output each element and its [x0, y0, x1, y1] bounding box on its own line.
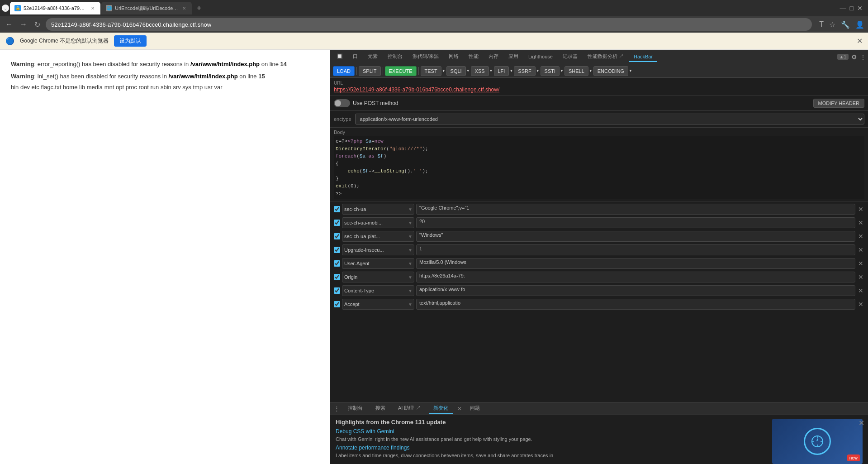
hackbar-ssrf-button[interactable]: SSRF [514, 66, 535, 76]
header-6-delete[interactable]: ✕ [857, 273, 864, 282]
header-8-arrow[interactable]: ▼ [407, 302, 414, 307]
header-4-value-input[interactable] [417, 245, 855, 252]
tab-2[interactable]: 🌐 UrlEncode编码/UrlDecode解... ✕ [101, 2, 192, 14]
header-7-checkbox[interactable] [334, 287, 340, 294]
hackbar-shell-button[interactable]: SHELL [564, 66, 588, 76]
hackbar-ssti-dropdown[interactable]: SSTI ▼ [541, 66, 564, 76]
tab-list-btn[interactable]: ⌄ [2, 5, 9, 12]
minimize-button[interactable]: — [840, 5, 846, 12]
header-7-value-input[interactable] [417, 286, 855, 293]
dt-tab-hackbar[interactable]: HackBar [629, 52, 657, 62]
header-8-value-input[interactable] [417, 299, 855, 306]
dt-tab-perfanalysis[interactable]: 性能数据分析 ↗ [583, 51, 628, 62]
header-2-arrow[interactable]: ▼ [407, 220, 414, 225]
header-7-delete[interactable]: ✕ [857, 286, 864, 295]
post-method-toggle[interactable] [334, 99, 350, 107]
modify-header-button[interactable]: MODIFY HEADER [813, 99, 864, 108]
enctype-select[interactable]: application/x-www-form-urlencoded multip… [355, 114, 864, 124]
hackbar-shell-dropdown[interactable]: SHELL ▼ [564, 66, 593, 76]
header-3-checkbox[interactable] [334, 233, 340, 239]
header-2-value-input[interactable] [417, 218, 855, 225]
console-tab-issues[interactable]: 问题 [465, 403, 484, 414]
dt-tab-lighthouse[interactable]: Lighthouse [524, 52, 557, 62]
header-7-arrow[interactable]: ▼ [407, 288, 414, 293]
header-4-delete[interactable]: ✕ [857, 245, 864, 254]
dt-tab-device[interactable]: 口 [348, 51, 362, 62]
close-window-button[interactable]: ✕ [857, 5, 863, 12]
header-1-checkbox[interactable] [334, 206, 340, 212]
dt-badge[interactable]: ▲1 [837, 54, 849, 60]
header-6-arrow[interactable]: ▼ [407, 275, 414, 280]
maximize-button[interactable]: □ [850, 5, 854, 12]
header-5-arrow[interactable]: ▼ [407, 261, 414, 266]
hackbar-test-button[interactable]: TEST [421, 66, 441, 76]
tab-1[interactable]: 🔒 52e12149-a86f-4336-a79b-0... ✕ [10, 2, 100, 14]
header-3-arrow[interactable]: ▼ [407, 234, 414, 239]
address-input[interactable] [51, 21, 806, 28]
hackbar-xss-dropdown[interactable]: XSS ▼ [471, 66, 493, 76]
hackbar-execute-button[interactable]: EXECUTE [385, 66, 417, 76]
header-3-delete[interactable]: ✕ [857, 232, 864, 241]
hackbar-sqli-dropdown[interactable]: SQLI ▼ [446, 66, 470, 76]
reload-button[interactable]: ↻ [33, 19, 42, 30]
header-3-name-input[interactable] [342, 233, 407, 240]
header-5-checkbox[interactable] [334, 260, 340, 267]
console-tab-newchanges[interactable]: 新变化 [429, 403, 453, 414]
header-1-delete[interactable]: ✕ [857, 205, 864, 214]
hackbar-lfi-button[interactable]: LFI [494, 66, 509, 76]
console-tab-ai[interactable]: AI 助理 ↗ [394, 403, 425, 414]
dt-tab-sources[interactable]: 源代码/来源 [408, 51, 443, 62]
hackbar-ssrf-dropdown[interactable]: SSRF ▼ [514, 66, 539, 76]
tab-1-close[interactable]: ✕ [90, 5, 96, 11]
console-tab-newchanges-close[interactable]: ✕ [457, 406, 462, 412]
header-8-checkbox[interactable] [334, 301, 340, 307]
header-6-value-input[interactable] [417, 272, 855, 279]
dt-settings-icon[interactable]: ⚙ [851, 53, 857, 61]
hackbar-encoding-button[interactable]: ENCODING [593, 66, 628, 76]
extensions-icon[interactable]: 🔧 [841, 20, 850, 29]
hackbar-ssti-button[interactable]: SSTI [541, 66, 560, 76]
dt-tab-performance[interactable]: 性能 [464, 51, 483, 62]
header-2-delete[interactable]: ✕ [857, 218, 864, 227]
profile-icon[interactable]: 👤 [855, 20, 864, 29]
header-6-name-input[interactable] [342, 273, 407, 281]
header-8-name-input[interactable] [342, 301, 407, 308]
dt-tab-elements[interactable]: 元素 [363, 51, 382, 62]
header-4-checkbox[interactable] [334, 247, 340, 253]
hackbar-test-dropdown[interactable]: TEST ▼ [421, 66, 446, 76]
dt-tab-inspect[interactable]: 🔲 [332, 52, 347, 62]
header-5-name-input[interactable] [342, 260, 407, 267]
hackbar-xss-button[interactable]: XSS [471, 66, 489, 76]
header-6-checkbox[interactable] [334, 274, 340, 280]
header-5-delete[interactable]: ✕ [857, 259, 864, 268]
header-7-name-input[interactable] [342, 287, 407, 294]
header-4-arrow[interactable]: ▼ [407, 248, 414, 253]
console-tab-search[interactable]: 搜索 [371, 403, 390, 414]
set-default-button[interactable]: 设为默认 [114, 35, 147, 47]
forward-button[interactable]: → [18, 19, 29, 29]
tab-2-close[interactable]: ✕ [181, 5, 187, 11]
header-3-value-input[interactable] [417, 231, 855, 239]
header-1-arrow[interactable]: ▼ [407, 207, 414, 212]
hackbar-sqli-button[interactable]: SQLI [446, 66, 466, 76]
header-8-delete[interactable]: ✕ [857, 300, 864, 309]
hackbar-load-button[interactable]: LOAD [333, 66, 355, 76]
hackbar-split-button[interactable]: SPLIT [359, 66, 381, 76]
hackbar-lfi-dropdown[interactable]: LFI ▼ [494, 66, 513, 76]
header-2-name-input[interactable] [342, 219, 407, 226]
hackbar-encoding-dropdown[interactable]: ENCODING ▼ [593, 66, 632, 76]
add-tab-button[interactable]: + [193, 2, 205, 14]
dt-tab-memory[interactable]: 内存 [484, 51, 503, 62]
header-2-checkbox[interactable] [334, 220, 340, 226]
dt-tab-console[interactable]: 控制台 [383, 51, 407, 62]
header-4-name-input[interactable] [342, 246, 407, 254]
dt-more-icon[interactable]: ⋮ [860, 53, 866, 61]
bookmark-icon[interactable]: ☆ [829, 20, 835, 29]
dt-tab-recorder[interactable]: 记录器 [558, 51, 582, 62]
header-1-name-input[interactable] [342, 206, 407, 213]
header-5-value-input[interactable] [417, 258, 855, 266]
notification-close[interactable]: ✕ [859, 419, 864, 427]
console-tab-console[interactable]: 控制台 [343, 403, 367, 414]
back-button[interactable]: ← [4, 19, 14, 29]
address-input-wrap[interactable] [46, 18, 812, 31]
